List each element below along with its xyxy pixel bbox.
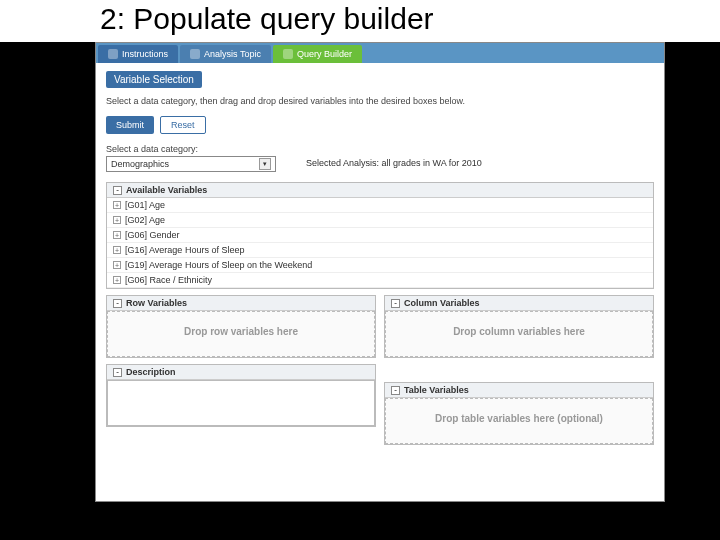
panel-head-column[interactable]: - Column Variables (385, 296, 653, 311)
tab-analysis-topic[interactable]: Analysis Topic (180, 45, 271, 63)
button-row: Submit Reset (106, 116, 654, 134)
section-variable-selection: Variable Selection (106, 71, 202, 88)
variable-item[interactable]: +[G16] Average Hours of Sleep (107, 243, 653, 258)
desc-table-section: - Description - Table Variables Drop tab… (106, 364, 654, 451)
panel-row-variables: - Row Variables Drop row variables here (106, 295, 376, 358)
table-dropzone[interactable]: Drop table variables here (optional) (385, 398, 653, 444)
plus-icon: + (113, 276, 121, 284)
row-column-section: - Row Variables Drop row variables here … (106, 295, 654, 364)
panel-title: Available Variables (126, 185, 207, 195)
panel-column-variables: - Column Variables Drop column variables… (384, 295, 654, 358)
tab-instructions[interactable]: Instructions (98, 45, 178, 63)
panel-head-available[interactable]: - Available Variables (107, 183, 653, 198)
panel-title: Row Variables (126, 298, 187, 308)
tab-label: Query Builder (297, 49, 352, 59)
description-box (107, 380, 375, 426)
collapse-icon: - (113, 299, 122, 308)
category-dropdown[interactable]: Demographics ▾ (106, 156, 276, 172)
panel-available-variables: - Available Variables +[G01] Age +[G02] … (106, 182, 654, 289)
row-dropzone[interactable]: Drop row variables here (107, 311, 375, 357)
variable-item[interactable]: +[G06] Gender (107, 228, 653, 243)
panel-title: Table Variables (404, 385, 469, 395)
variable-label: [G19] Average Hours of Sleep on the Week… (125, 260, 312, 270)
app-frame: Instructions Analysis Topic Query Builde… (95, 42, 665, 502)
collapse-icon: - (113, 368, 122, 377)
column-dropzone[interactable]: Drop column variables here (385, 311, 653, 357)
submit-button[interactable]: Submit (106, 116, 154, 134)
selected-analysis-text: Selected Analysis: all grades in WA for … (306, 158, 482, 168)
tab-label: Instructions (122, 49, 168, 59)
variable-list[interactable]: +[G01] Age +[G02] Age +[G06] Gender +[G1… (107, 198, 653, 288)
variable-item[interactable]: +[G02] Age (107, 213, 653, 228)
panel-title: Column Variables (404, 298, 480, 308)
variable-label: [G02] Age (125, 215, 165, 225)
variable-item[interactable]: +[G01] Age (107, 198, 653, 213)
collapse-icon: - (391, 386, 400, 395)
category-row: Select a data category: Demographics ▾ S… (106, 144, 654, 172)
list-icon (190, 49, 200, 59)
variable-label: [G16] Average Hours of Sleep (125, 245, 244, 255)
collapse-icon: - (113, 186, 122, 195)
slide-title: 2: Populate query builder (0, 0, 720, 42)
content-area: Variable Selection Select a data categor… (96, 63, 664, 459)
dropdown-value: Demographics (111, 159, 169, 169)
tab-label: Analysis Topic (204, 49, 261, 59)
tab-query-builder[interactable]: Query Builder (273, 45, 362, 63)
variable-item[interactable]: +[G19] Average Hours of Sleep on the Wee… (107, 258, 653, 273)
builder-icon (283, 49, 293, 59)
collapse-icon: - (391, 299, 400, 308)
reset-button[interactable]: Reset (160, 116, 206, 134)
panel-head-row[interactable]: - Row Variables (107, 296, 375, 311)
plus-icon: + (113, 201, 121, 209)
variable-item[interactable]: +[G06] Race / Ethnicity (107, 273, 653, 288)
panel-head-description[interactable]: - Description (107, 365, 375, 380)
category-label: Select a data category: (106, 144, 276, 154)
plus-icon: + (113, 261, 121, 269)
variable-label: [G06] Gender (125, 230, 180, 240)
info-icon (108, 49, 118, 59)
panel-table-variables: - Table Variables Drop table variables h… (384, 382, 654, 445)
chevron-down-icon: ▾ (259, 158, 271, 170)
variable-label: [G01] Age (125, 200, 165, 210)
tab-bar: Instructions Analysis Topic Query Builde… (96, 43, 664, 63)
instruction-text: Select a data category, then drag and dr… (106, 96, 654, 106)
panel-title: Description (126, 367, 176, 377)
panel-description: - Description (106, 364, 376, 427)
variable-label: [G06] Race / Ethnicity (125, 275, 212, 285)
plus-icon: + (113, 246, 121, 254)
plus-icon: + (113, 231, 121, 239)
plus-icon: + (113, 216, 121, 224)
panel-head-table[interactable]: - Table Variables (385, 383, 653, 398)
